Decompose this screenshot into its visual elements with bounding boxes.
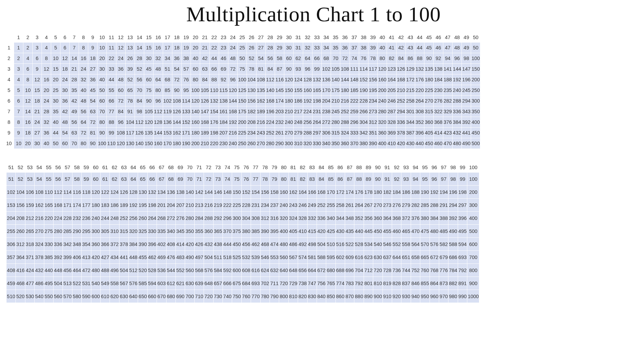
cell: 475 xyxy=(420,225,430,238)
cell: 74 xyxy=(223,173,232,186)
cell: 234 xyxy=(368,96,378,106)
cell: 880 xyxy=(354,290,364,303)
cell: 232 xyxy=(72,212,81,225)
col-header: 73 xyxy=(213,163,223,173)
cell: 276 xyxy=(176,212,185,225)
cell: 357 xyxy=(7,251,16,264)
cell: 49 xyxy=(462,43,471,53)
cell: 315 xyxy=(424,106,434,117)
cell: 765 xyxy=(326,277,335,290)
cell: 20 xyxy=(42,85,51,96)
cell: 686 xyxy=(448,251,458,264)
cell: 792 xyxy=(354,277,364,290)
cell: 24 xyxy=(60,74,70,85)
cell: 560 xyxy=(53,290,62,303)
cell: 102 xyxy=(163,96,172,106)
cell: 12 xyxy=(60,53,70,64)
cell: 122 xyxy=(100,186,110,199)
cell: 213 xyxy=(194,199,204,212)
cell: 205 xyxy=(387,85,396,96)
cell: 50 xyxy=(98,85,107,96)
cell: 196 xyxy=(462,74,471,85)
cell: 174 xyxy=(72,199,81,212)
cell: 900 xyxy=(373,290,383,303)
cell: 756 xyxy=(317,277,326,290)
cell: 15 xyxy=(33,85,42,96)
cell: 51 xyxy=(163,64,172,74)
cell: 318 xyxy=(25,238,34,251)
cell: 12 xyxy=(116,43,125,53)
cell: 75 xyxy=(238,64,247,74)
cell: 320 xyxy=(279,212,288,225)
cell: 365 xyxy=(213,225,223,238)
cell: 371 xyxy=(25,251,34,264)
cell: 511 xyxy=(213,251,223,264)
cell: 186 xyxy=(110,199,119,212)
cell: 84 xyxy=(135,96,144,106)
cell: 324 xyxy=(35,238,44,251)
cell: 144 xyxy=(172,117,181,128)
cell: 336 xyxy=(317,212,326,225)
cell: 44 xyxy=(51,128,60,138)
cell: 177 xyxy=(82,199,91,212)
cell: 522 xyxy=(345,238,354,251)
cell: 172 xyxy=(335,186,345,199)
cell: 72 xyxy=(79,128,88,138)
cell: 68 xyxy=(163,74,172,85)
table-row: 4594684774864955045135225315405495585675… xyxy=(7,277,479,290)
cell: 35 xyxy=(70,85,79,96)
cell: 62 xyxy=(110,173,119,186)
cell: 430 xyxy=(406,138,415,149)
cell: 95 xyxy=(181,85,191,96)
cell: 225 xyxy=(232,199,241,212)
cell: 192 xyxy=(303,96,312,106)
cell: 39 xyxy=(125,64,135,74)
cell: 56 xyxy=(70,117,79,128)
cell: 670 xyxy=(157,290,166,303)
cell: 414 xyxy=(176,238,185,251)
cell: 351 xyxy=(368,128,378,138)
cell: 608 xyxy=(241,264,251,277)
col-header: 46 xyxy=(434,33,443,43)
cell: 176 xyxy=(415,74,424,85)
cell: 98 xyxy=(135,106,144,117)
cell: 445 xyxy=(364,225,373,238)
cell: 48 xyxy=(116,74,125,85)
cell: 624 xyxy=(260,264,270,277)
col-header: 51 xyxy=(7,163,16,173)
cell: 450 xyxy=(424,138,434,149)
col-header: 81 xyxy=(288,163,298,173)
col-header: 41 xyxy=(387,33,396,43)
cell: 496 xyxy=(110,264,119,277)
cell: 408 xyxy=(7,264,16,277)
cell: 136 xyxy=(166,186,175,199)
col-header: 79 xyxy=(270,163,279,173)
cell: 90 xyxy=(424,53,434,64)
cell: 711 xyxy=(270,277,279,290)
cell: 79 xyxy=(270,173,279,186)
cell: 444 xyxy=(223,238,232,251)
cell: 423 xyxy=(443,128,452,138)
cell: 700 xyxy=(467,251,479,264)
cell: 30 xyxy=(60,85,70,96)
cell: 2 xyxy=(14,53,23,64)
cell: 470 xyxy=(411,225,420,238)
col-header: 99 xyxy=(458,163,467,173)
col-header: 90 xyxy=(373,163,383,173)
cell: 297 xyxy=(458,199,467,212)
cell: 71 xyxy=(194,173,204,186)
cell: 800 xyxy=(467,264,479,277)
cell: 222 xyxy=(350,96,359,106)
cell: 147 xyxy=(200,106,209,117)
cell: 264 xyxy=(354,199,364,212)
cell: 200 xyxy=(191,138,200,149)
cell: 920 xyxy=(392,290,401,303)
cell: 356 xyxy=(364,212,373,225)
cell: 184 xyxy=(434,74,443,85)
cell: 255 xyxy=(326,199,335,212)
cell: 360 xyxy=(91,238,100,251)
cell: 170 xyxy=(322,85,331,96)
cell: 66 xyxy=(209,64,219,74)
table-row: 1010203040506070809010011012013014015016… xyxy=(6,138,480,149)
cell: 225 xyxy=(424,85,434,96)
